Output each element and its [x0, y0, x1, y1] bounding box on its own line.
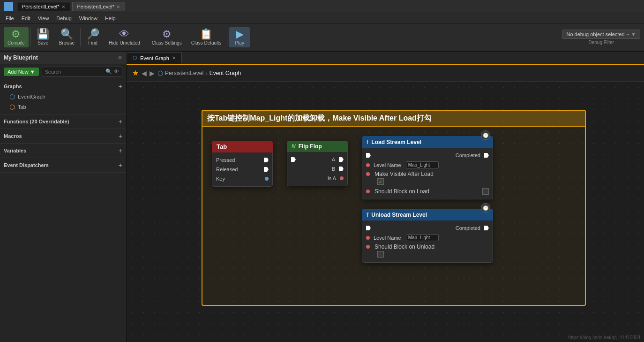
- unload-node-title: Unload Stream Level: [371, 212, 427, 218]
- class-defaults-icon: 📋: [200, 29, 212, 39]
- title-tab-1-close[interactable]: ✕: [61, 4, 65, 9]
- menu-window[interactable]: Window: [75, 15, 101, 22]
- bp-canvas[interactable]: 按Tab键控制Map_Light的加载卸载，Make Visible After…: [127, 82, 644, 342]
- unload-levelname-input[interactable]: [406, 234, 439, 241]
- class-settings-icon: ⚙: [162, 29, 172, 39]
- sidebar-graphs-add[interactable]: +: [119, 83, 122, 90]
- sidebar-variables-add[interactable]: +: [119, 147, 122, 154]
- find-button[interactable]: 🔎 Find: [82, 27, 103, 47]
- add-new-label: Add New: [7, 69, 29, 75]
- breadcrumb-back[interactable]: ◀: [142, 69, 147, 77]
- menu-file[interactable]: File: [2, 15, 18, 22]
- sidebar-variables-header[interactable]: Variables +: [4, 145, 122, 156]
- menu-view[interactable]: View: [34, 15, 53, 22]
- flipflop-a-exec: [339, 157, 344, 162]
- browse-icon: 🔍: [60, 29, 73, 39]
- sidebar-macros-header[interactable]: Macros +: [4, 131, 122, 141]
- event-graph-icon: ⬡: [9, 93, 15, 100]
- load-shouldblock-row: Should Block on Load: [362, 187, 493, 196]
- sidebar-macros-add[interactable]: +: [119, 132, 122, 140]
- sidebar-item-tab[interactable]: ⬡ Tab: [4, 102, 122, 112]
- tab-released-label: Released: [216, 167, 262, 172]
- search-icon[interactable]: 🔍: [105, 68, 112, 75]
- title-tab-2-label: PersistentLevel*: [77, 4, 115, 9]
- unload-levelname-pin: [366, 236, 370, 240]
- app-icon: [4, 2, 13, 11]
- load-shouldblock-checkbox[interactable]: [482, 188, 489, 195]
- load-clock-icon: 🕐: [481, 130, 490, 140]
- tab-node-body: Pressed Released Key: [212, 152, 273, 187]
- unload-node: f Unload Stream Level Completed: [362, 209, 493, 263]
- breadcrumb-bar: ★ ◀ ▶ ⬡ PersistentLevel › Event Graph: [127, 65, 644, 82]
- title-tab-2-close[interactable]: ✕: [116, 4, 120, 9]
- unload-completed-exec: [484, 226, 489, 230]
- sidebar-dispatchers-header[interactable]: Event Dispatchers +: [4, 160, 122, 170]
- save-label: Save: [37, 40, 48, 46]
- unload-node-header: f Unload Stream Level: [362, 209, 493, 220]
- breadcrumb-forward[interactable]: ▶: [150, 69, 155, 77]
- eye-icon[interactable]: 👁: [114, 68, 119, 75]
- sidebar-section-graphs: Graphs + ⬡ EventGraph ⬡ Tab: [0, 79, 126, 114]
- title-tab-1[interactable]: PersistentLevel* ✕: [17, 2, 70, 11]
- breadcrumb-separator: ›: [205, 69, 208, 77]
- canvas-tab-close[interactable]: ✕: [172, 55, 176, 61]
- canvas-tab-event-graph[interactable]: ⬡ Event Graph ✕: [127, 53, 182, 64]
- unload-levelname-label: Level Name: [374, 235, 401, 241]
- flipflop-exec-in: A: [287, 155, 347, 164]
- menu-help[interactable]: Help: [101, 15, 120, 22]
- tab-key-data: [265, 177, 269, 181]
- unload-shouldblock-checkbox-row: [366, 250, 489, 258]
- load-makevisible-checkbox[interactable]: [377, 178, 384, 185]
- hide-unrelated-button[interactable]: 👁 Hide Unrelated: [105, 27, 144, 47]
- debug-filter-button[interactable]: No debug object selected ~ ▼: [562, 30, 640, 39]
- sidebar-close[interactable]: ✕: [118, 54, 122, 61]
- play-button[interactable]: ▶ Play: [229, 27, 250, 47]
- tab-pressed-label: Pressed: [216, 157, 262, 163]
- class-defaults-button[interactable]: 📋 Class Defaults: [187, 27, 225, 47]
- flipflop-b-exec: [339, 167, 344, 171]
- sidebar-title: My Blueprint: [4, 54, 38, 61]
- unload-completed-label: Completed: [456, 225, 480, 231]
- hide-unrelated-label: Hide Unrelated: [109, 40, 140, 46]
- sidebar-section-dispatchers: Event Dispatchers +: [0, 158, 126, 173]
- menu-edit[interactable]: Edit: [18, 15, 34, 22]
- class-settings-button[interactable]: ⚙ Class Settings: [148, 27, 186, 47]
- title-tab-2[interactable]: PersistentLevel* ✕: [72, 2, 126, 11]
- sidebar-section-variables: Variables +: [0, 144, 126, 158]
- load-levelname-input[interactable]: [406, 161, 439, 168]
- sidebar-functions-add[interactable]: +: [119, 118, 122, 125]
- sidebar-graphs-header[interactable]: Graphs +: [4, 81, 122, 91]
- unload-shouldblock-checkbox[interactable]: [377, 251, 384, 258]
- browse-button[interactable]: 🔍 Browse: [55, 27, 78, 47]
- flipflop-node-header: N Flip Flop: [287, 141, 348, 152]
- sidebar-functions-header[interactable]: Functions (20 Overridable) +: [4, 116, 122, 127]
- canvas-tab-icon: ⬡: [133, 55, 137, 61]
- menu-debug[interactable]: Debug: [52, 15, 75, 22]
- compile-button[interactable]: ⚙ Compile: [4, 27, 29, 47]
- tab-icon: ⬡: [9, 103, 15, 111]
- sidebar-dispatchers-title: Event Dispatchers: [4, 162, 49, 168]
- debug-filter-text: No debug object selected ~: [566, 31, 629, 37]
- breadcrumb-persistent-level[interactable]: ⬡ PersistentLevel: [157, 69, 203, 77]
- tab-node-wrapper: Tab Pressed Released: [212, 141, 273, 187]
- load-shouldblock-label: Should Block on Load: [374, 188, 479, 195]
- search-input[interactable]: [45, 69, 104, 75]
- load-node-wrapper: 🕐 f Load Stream Level: [362, 136, 493, 199]
- toolbar: ⚙ Compile 💾 Save 🔍 Browse 🔎 Find 👁 Hide …: [0, 23, 644, 52]
- class-defaults-label: Class Defaults: [191, 40, 221, 46]
- add-new-button[interactable]: Add New ▼: [4, 68, 39, 76]
- flipflop-node-body: A B Is A: [287, 152, 348, 186]
- sidebar-item-event-graph[interactable]: ⬡ EventGraph: [4, 91, 122, 102]
- load-exec-row: Completed: [362, 151, 493, 160]
- unload-shouldblock-row: Should Block on Unload: [366, 243, 489, 250]
- save-button[interactable]: 💾 Save: [33, 27, 53, 47]
- search-icons: 🔍 👁: [105, 68, 119, 75]
- unload-clock-icon: 🕐: [481, 203, 490, 213]
- breadcrumb-event-graph[interactable]: Event Graph: [210, 70, 241, 76]
- load-levelname-label: Level Name: [374, 162, 401, 168]
- breadcrumb-star[interactable]: ★: [132, 68, 139, 77]
- sidebar-graphs-title: Graphs: [4, 84, 22, 89]
- sidebar-add-row: Add New ▼ 🔍 👁: [0, 64, 126, 79]
- debug-filter-label: Debug Filter: [589, 40, 614, 45]
- sidebar-dispatchers-add[interactable]: +: [119, 161, 122, 169]
